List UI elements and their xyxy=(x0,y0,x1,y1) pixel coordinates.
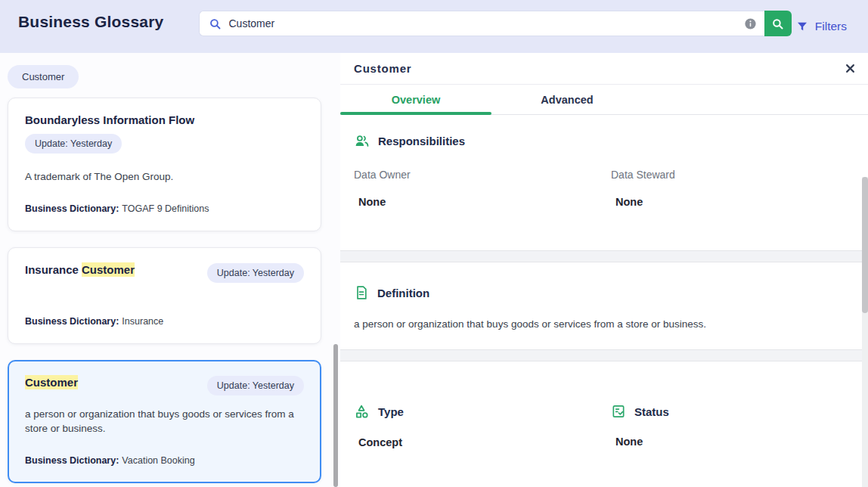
attributes-section: Type Concept S xyxy=(340,361,868,487)
card-dictionary: Business Dictionary:Insurance xyxy=(25,316,304,327)
results-scrollbar[interactable] xyxy=(333,344,338,487)
shapes-icon xyxy=(354,404,370,420)
type-heading-row: Type xyxy=(354,404,611,420)
type-heading: Type xyxy=(378,405,404,418)
search-submit-icon xyxy=(771,17,784,30)
status-heading-row: Status xyxy=(611,404,854,419)
status-value: None xyxy=(611,436,854,448)
field-label: Data Steward xyxy=(611,169,854,181)
type-value: Concept xyxy=(354,436,611,448)
field-status: Status None xyxy=(611,404,854,448)
definition-heading: Definition xyxy=(377,287,429,299)
search-term-highlight: Customer xyxy=(25,375,78,389)
detail-header: Customer xyxy=(340,53,868,85)
dictionary-label: Business Dictionary: xyxy=(25,455,119,466)
close-icon xyxy=(845,63,856,74)
card-dictionary: Business Dictionary:Vacation Booking xyxy=(25,455,304,466)
search-input[interactable] xyxy=(229,17,744,29)
field-label: Data Owner xyxy=(354,169,611,181)
card-title-row: Customer Update: Yesterday xyxy=(25,376,304,395)
status-heading: Status xyxy=(634,405,669,418)
update-badge: Update: Yesterday xyxy=(207,376,304,395)
active-filter-chip[interactable]: Customer xyxy=(8,65,79,88)
document-icon xyxy=(354,285,369,300)
glossary-card-customer[interactable]: Customer Update: Yesterday a person or o… xyxy=(8,360,321,483)
search-submit-button[interactable] xyxy=(764,11,792,36)
update-badge: Update: Yesterday xyxy=(207,263,304,283)
definition-heading-row: Definition xyxy=(354,285,854,300)
filters-label: Filters xyxy=(815,20,847,33)
filter-funnel-icon xyxy=(796,20,808,33)
card-description: A trademark of The Open Group. xyxy=(25,169,304,185)
responsibilities-fields: Data Owner None Data Steward None xyxy=(354,149,854,208)
card-description: a person or organization that buys goods… xyxy=(25,407,304,436)
app-header: Business Glossary xyxy=(0,0,868,53)
field-data-steward: Data Steward None xyxy=(611,149,854,208)
field-type: Type Concept xyxy=(354,404,611,448)
glossary-card-insurance-customer[interactable]: Insurance Customer Update: Yesterday Bus… xyxy=(8,247,321,344)
dictionary-value: Insurance xyxy=(122,316,163,327)
card-dictionary: Business Dictionary:TOGAF 9 Definitions xyxy=(25,203,304,214)
detail-content: Responsibilities Data Owner None Data St… xyxy=(340,115,868,487)
detail-scrollbar-track[interactable] xyxy=(862,177,868,487)
search-term-highlight: Customer xyxy=(82,262,135,277)
card-title: Boundaryless Information Flow xyxy=(25,113,304,126)
dictionary-value: TOGAF 9 Definitions xyxy=(122,203,209,214)
card-title: Customer xyxy=(25,376,78,389)
results-panel: Customer Boundaryless Information Flow U… xyxy=(0,53,340,487)
dictionary-label: Business Dictionary: xyxy=(25,316,119,327)
field-value: None xyxy=(354,196,611,208)
responsibilities-heading: Responsibilities xyxy=(378,135,465,147)
search-box[interactable] xyxy=(199,11,764,36)
glossary-card-boundaryless-information-flow[interactable]: Boundaryless Information Flow Update: Ye… xyxy=(8,98,321,231)
detail-tabs: Overview Advanced xyxy=(340,85,868,115)
info-icon[interactable] xyxy=(744,17,757,30)
tab-overview[interactable]: Overview xyxy=(340,85,491,114)
page-title: Business Glossary xyxy=(18,13,164,31)
close-button[interactable] xyxy=(843,61,857,76)
detail-panel: Customer Overview Advanced xyxy=(340,53,868,487)
people-icon xyxy=(354,133,370,149)
field-data-owner: Data Owner None xyxy=(354,149,611,208)
responsibilities-section: Responsibilities Data Owner None Data St… xyxy=(340,115,868,251)
dictionary-value: Vacation Booking xyxy=(122,455,194,466)
card-title: Insurance Customer xyxy=(25,263,135,276)
responsibilities-heading-row: Responsibilities xyxy=(354,133,854,149)
filters-button[interactable]: Filters xyxy=(792,17,851,36)
tab-advanced[interactable]: Advanced xyxy=(491,85,643,114)
search-icon xyxy=(209,17,222,30)
field-value: None xyxy=(611,196,854,208)
search-group xyxy=(199,11,792,36)
definition-section: Definition a person or organization that… xyxy=(340,262,868,350)
card-title-row: Insurance Customer Update: Yesterday xyxy=(25,263,304,283)
attributes-grid: Type Concept S xyxy=(354,404,854,448)
detail-title: Customer xyxy=(354,62,411,75)
detail-scrollbar-thumb[interactable] xyxy=(862,177,868,313)
update-badge: Update: Yesterday xyxy=(25,134,122,154)
checklist-icon xyxy=(611,404,626,419)
definition-text: a person or organization that buys goods… xyxy=(354,318,854,330)
dictionary-label: Business Dictionary: xyxy=(25,203,119,214)
